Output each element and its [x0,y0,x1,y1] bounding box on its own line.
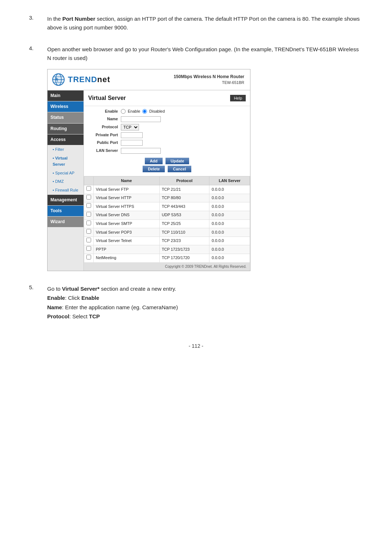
name-control [121,116,161,122]
sidebar-sub-filter[interactable]: Filter [48,145,83,154]
lan-server-label: LAN Server [88,148,121,154]
delete-button[interactable]: Delete [143,166,165,172]
row-checkbox[interactable] [86,195,91,200]
sidebar-item-routing[interactable]: Routing [48,124,83,134]
row-name: Virtual Server DNS [94,211,160,219]
trendnet-logo-icon [52,73,65,86]
col-lan-header: LAN Server [209,176,250,185]
step5-number: 5. [29,284,41,321]
public-port-input[interactable] [121,140,143,146]
sidebar-item-status[interactable]: Status [48,112,83,123]
private-port-label: Private Port [88,132,121,138]
public-port-label: Public Port [88,140,121,146]
table-row: NetMeeting TCP 1720/1720 0.0.0.0 [84,254,250,262]
step4-number: 4. [29,45,41,271]
virtual-server-title: Virtual Server [88,93,126,103]
table-row: Virtual Server DNS UDP 53/53 0.0.0.0 [84,211,250,219]
row-protocol: TCP 1723/1723 [159,245,209,254]
lan-server-control [121,148,161,154]
row-checkbox[interactable] [86,212,91,217]
table-row: Virtual Server SMTP TCP 25/25 0.0.0.0 [84,219,250,228]
router-footer: Copyright © 2009 TRENDnet. All Rights Re… [84,263,250,271]
row-lan: 0.0.0.0 [209,237,250,245]
private-port-control [121,132,143,138]
router-model-number: TEW-651BR [173,80,244,85]
protocol-control: TCP UDP Both [121,124,139,130]
sidebar-sub-special-ap[interactable]: Special AP [48,169,83,178]
action-buttons-2: Delete Cancel [88,166,246,174]
cancel-button[interactable]: Cancel [168,166,191,172]
table-row: PPTP TCP 1723/1723 0.0.0.0 [84,245,250,254]
server-table: Name Protocol LAN Server Virtual Server … [84,176,250,263]
sidebar-sub-dmz[interactable]: DMZ [48,177,83,186]
step5-text: Go to Virtual Server* section and create… [47,284,178,321]
router-body: Main Wireless Status Routing Access Filt… [48,90,250,271]
private-port-input[interactable] [121,132,143,138]
step4: 4. Open another web browser and go to yo… [29,45,363,271]
step3-number: 3. [29,15,41,32]
virtual-server-header: Virtual Server Help [84,90,250,106]
sidebar-item-main[interactable]: Main [48,90,83,101]
row-checkbox[interactable] [86,255,91,259]
sidebar-item-wizard[interactable]: Wizard [48,217,83,227]
sidebar-item-access[interactable]: Access [48,134,83,145]
row-checkbox[interactable] [86,203,91,208]
row-name: Virtual Server POP3 [94,228,160,237]
form-row-lan-server: LAN Server [88,148,246,154]
trendnet-logo-text: TRENDnet [68,73,110,86]
enable-radio-disabled[interactable] [142,109,147,114]
row-lan: 0.0.0.0 [209,228,250,237]
row-name: Virtual Server HTTP [94,194,160,202]
row-name: Virtual Server SMTP [94,219,160,228]
row-checkbox[interactable] [86,238,91,242]
col-protocol-header: Protocol [159,176,209,185]
router-ui-screenshot: TRENDnet 150Mbps Wireless N Home Router … [47,69,250,271]
action-buttons: Add Update [88,156,246,166]
table-row: Virtual Server HTTPS TCP 443/443 0.0.0.0 [84,202,250,211]
row-checkbox[interactable] [86,246,91,251]
row-protocol: TCP 23/23 [159,237,209,245]
sidebar-item-tools[interactable]: Tools [48,206,83,216]
row-name: Virtual Server FTP [94,185,160,194]
update-button[interactable]: Update [166,158,189,164]
enable-radio-enable-label: Enable [128,108,140,115]
row-lan: 0.0.0.0 [209,194,250,202]
row-name: PPTP [94,245,160,254]
row-protocol: TCP 80/80 [159,194,209,202]
sidebar-item-wireless[interactable]: Wireless [48,101,83,112]
form-row-enable: Enable Enable Disabled [88,108,246,115]
virtual-server-form: Enable Enable Disabled Name [84,106,250,176]
row-protocol: TCP 443/443 [159,202,209,211]
table-row: Virtual Server Telnet TCP 23/23 0.0.0.0 [84,237,250,245]
form-row-protocol: Protocol TCP UDP Both [88,124,246,130]
row-name: NetMeeting [94,254,160,262]
form-row-public-port: Public Port [88,140,246,146]
row-checkbox[interactable] [86,229,91,234]
row-protocol: TCP 1720/1720 [159,254,209,262]
help-button[interactable]: Help [230,95,246,101]
row-lan: 0.0.0.0 [209,245,250,254]
sidebar-sub-virtual-server[interactable]: Virtual Server [48,154,83,169]
sidebar-item-management[interactable]: Management [48,195,83,205]
step3: 3. In the Port Number section, assign an… [29,15,363,32]
router-main-content: Virtual Server Help Enable Enable Disabl… [84,90,250,271]
enable-label: Enable [88,108,121,115]
sidebar-sub-firewall-rule[interactable]: Firewall Rule [48,186,83,195]
public-port-control [121,140,143,146]
row-name: Virtual Server HTTPS [94,202,160,211]
lan-server-input[interactable] [121,148,161,154]
row-lan: 0.0.0.0 [209,254,250,262]
row-protocol: TCP 110/110 [159,228,209,237]
step3-text: In the Port Number section, assign an HT… [47,15,363,32]
enable-radio-enable[interactable] [121,109,126,114]
row-checkbox[interactable] [86,186,91,191]
row-lan: 0.0.0.0 [209,219,250,228]
name-label: Name [88,116,121,122]
add-button[interactable]: Add [145,158,163,164]
router-logo: TRENDnet [52,73,110,86]
protocol-select[interactable]: TCP UDP Both [121,124,139,130]
name-input[interactable] [121,116,161,122]
router-model-title: 150Mbps Wireless N Home Router [173,74,244,80]
row-checkbox[interactable] [86,221,91,225]
router-sidebar: Main Wireless Status Routing Access Filt… [48,90,84,271]
